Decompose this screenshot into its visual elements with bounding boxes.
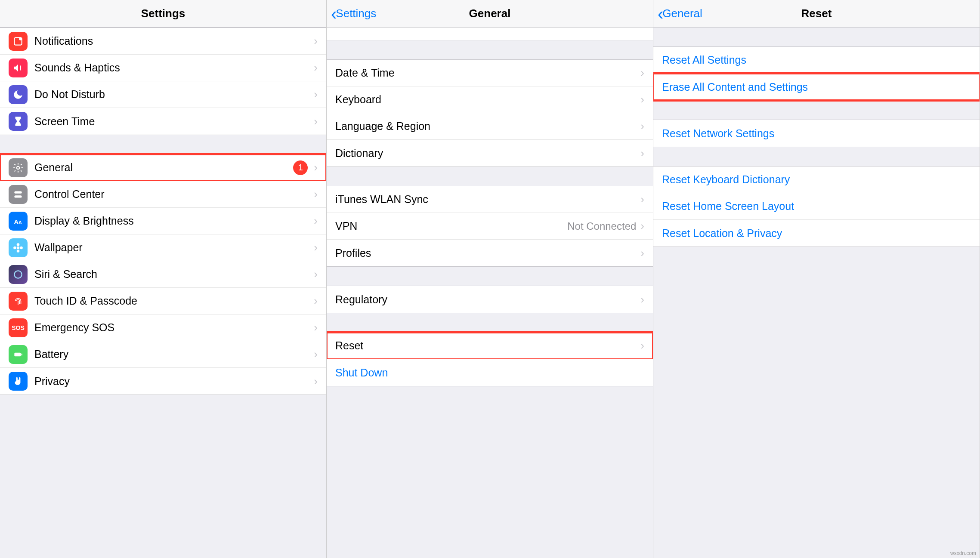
row-label: General xyxy=(34,161,293,174)
row-label: Privacy xyxy=(34,375,314,388)
svg-point-10 xyxy=(13,246,16,249)
notifications-icon xyxy=(9,32,28,51)
row-label: Sounds & Haptics xyxy=(34,62,314,74)
back-button[interactable]: ‹ Settings xyxy=(331,5,376,22)
row-privacy[interactable]: Privacy › xyxy=(0,368,326,395)
chevron-right-icon: › xyxy=(640,66,644,80)
section-spacer xyxy=(327,267,653,286)
row-reset-all-settings[interactable]: Reset All Settings xyxy=(653,47,980,74)
row-touch-id-passcode[interactable]: Touch ID & Passcode › xyxy=(0,288,326,314)
chevron-right-icon: › xyxy=(314,115,318,128)
chevron-right-icon: › xyxy=(640,339,644,352)
text-size-icon: AA xyxy=(9,212,28,231)
chevron-right-icon: › xyxy=(314,188,318,201)
row-do-not-disturb[interactable]: Do Not Disturb › xyxy=(0,81,326,108)
row-label: Shut Down xyxy=(335,367,644,379)
row-reset-keyboard-dictionary[interactable]: Reset Keyboard Dictionary xyxy=(653,166,980,193)
flower-icon xyxy=(9,238,28,257)
siri-icon xyxy=(9,265,28,284)
row-itunes-wlan-sync[interactable]: iTunes WLAN Sync› xyxy=(327,186,653,213)
row-vpn[interactable]: VPNNot Connected› xyxy=(327,213,653,240)
chevron-right-icon: › xyxy=(314,321,318,334)
chevron-right-icon: › xyxy=(640,247,644,260)
row-profiles[interactable]: Profiles› xyxy=(327,240,653,266)
row-label: Keyboard xyxy=(335,93,640,106)
row-label: Notifications xyxy=(34,35,314,47)
svg-point-1 xyxy=(19,37,22,40)
row-label: Emergency SOS xyxy=(34,321,314,334)
row-erase-all-content-settings[interactable]: Erase All Content and Settings xyxy=(653,74,980,100)
svg-point-8 xyxy=(17,243,20,246)
section-spacer xyxy=(653,101,980,120)
row-control-center[interactable]: Control Center › xyxy=(0,181,326,208)
row-display-brightness[interactable]: AA Display & Brightness › xyxy=(0,208,326,234)
chevron-right-icon: › xyxy=(314,214,318,228)
chevron-right-icon: › xyxy=(314,294,318,308)
row-label: Regulatory xyxy=(335,293,640,306)
section-spacer xyxy=(327,40,653,59)
general-panel: ‹ Settings General Date & Time› Keyboard… xyxy=(327,0,653,558)
reset-list: Reset All Settings Erase All Content and… xyxy=(653,28,980,558)
section-spacer xyxy=(653,28,980,46)
page-title: General xyxy=(469,7,511,20)
row-screen-time[interactable]: Screen Time › xyxy=(0,108,326,135)
row-label: Siri & Search xyxy=(34,268,314,281)
svg-rect-4 xyxy=(14,195,22,197)
row-emergency-sos[interactable]: SOS Emergency SOS › xyxy=(0,314,326,341)
row-reset-location-privacy[interactable]: Reset Location & Privacy xyxy=(653,220,980,247)
row-sounds-haptics[interactable]: Sounds & Haptics › xyxy=(0,55,326,81)
row-detail: Not Connected xyxy=(567,220,636,232)
chevron-right-icon: › xyxy=(314,241,318,254)
row-label: Profiles xyxy=(335,247,640,259)
row-label: Reset xyxy=(335,339,640,352)
row-label: Battery xyxy=(34,348,314,361)
row-label: Display & Brightness xyxy=(34,215,314,227)
row-label: VPN xyxy=(335,220,567,232)
row-label: Reset Keyboard Dictionary xyxy=(662,173,971,186)
watermark: wsxdn.com xyxy=(950,550,976,556)
row-general[interactable]: General 1 › xyxy=(0,154,326,181)
chevron-right-icon: › xyxy=(640,293,644,306)
row-reset[interactable]: Reset› xyxy=(327,333,653,359)
back-label: Settings xyxy=(336,7,376,20)
row-keyboard[interactable]: Keyboard› xyxy=(327,86,653,113)
chevron-right-icon: › xyxy=(640,93,644,106)
chevron-right-icon: › xyxy=(314,161,318,174)
sounds-icon xyxy=(9,59,28,77)
section-spacer xyxy=(0,135,326,154)
reset-panel: ‹ General Reset Reset All Settings Erase… xyxy=(653,0,980,558)
settings-panel: Settings Notifications › Sounds & Haptic… xyxy=(0,0,327,558)
fingerprint-icon xyxy=(9,292,28,311)
notification-badge: 1 xyxy=(293,160,308,175)
back-button[interactable]: ‹ General xyxy=(658,5,702,22)
row-date-time[interactable]: Date & Time› xyxy=(327,60,653,86)
row-notifications[interactable]: Notifications › xyxy=(0,28,326,55)
chevron-right-icon: › xyxy=(314,375,318,388)
page-title: Reset xyxy=(801,7,832,20)
chevron-right-icon: › xyxy=(314,348,318,361)
svg-point-12 xyxy=(14,271,22,278)
row-regulatory[interactable]: Regulatory› xyxy=(327,286,653,313)
svg-point-9 xyxy=(17,250,20,253)
row-siri-search[interactable]: Siri & Search › xyxy=(0,261,326,288)
row-label: Reset Network Settings xyxy=(662,127,971,140)
row-battery[interactable]: Battery › xyxy=(0,341,326,368)
svg-text:A: A xyxy=(14,218,19,225)
row-language-region[interactable]: Language & Region› xyxy=(327,113,653,140)
partial-row xyxy=(327,28,653,40)
gear-icon xyxy=(9,158,28,177)
row-shut-down[interactable]: Shut Down xyxy=(327,359,653,386)
moon-icon xyxy=(9,85,28,104)
row-label: Control Center xyxy=(34,188,314,200)
row-dictionary[interactable]: Dictionary› xyxy=(327,140,653,166)
row-label: Erase All Content and Settings xyxy=(662,81,971,93)
row-wallpaper[interactable]: Wallpaper › xyxy=(0,234,326,261)
chevron-right-icon: › xyxy=(314,88,318,101)
battery-icon xyxy=(9,345,28,364)
row-label: Wallpaper xyxy=(34,241,314,254)
row-reset-home-screen-layout[interactable]: Reset Home Screen Layout xyxy=(653,193,980,220)
svg-text:A: A xyxy=(19,219,22,225)
row-reset-network-settings[interactable]: Reset Network Settings xyxy=(653,120,980,147)
section-spacer xyxy=(653,147,980,166)
chevron-right-icon: › xyxy=(314,61,318,74)
